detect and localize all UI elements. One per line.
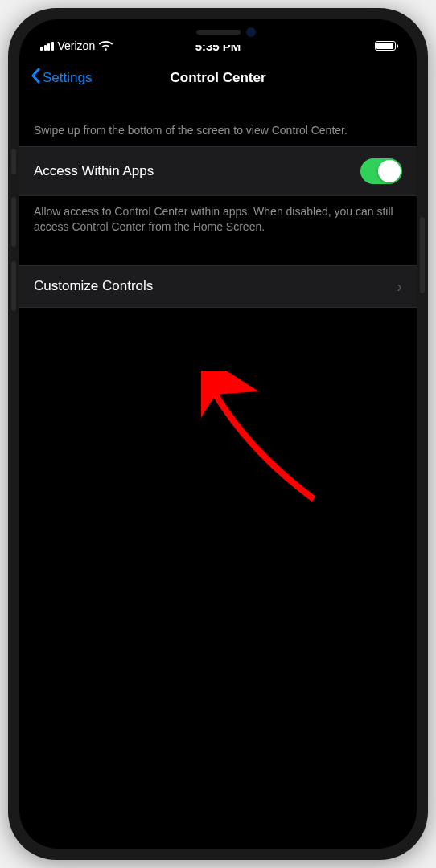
carrier-label: Verizon <box>58 39 96 52</box>
wifi-icon <box>99 41 113 51</box>
battery-icon <box>375 41 396 51</box>
annotation-arrow <box>201 371 330 515</box>
chevron-left-icon <box>31 68 40 88</box>
mute-switch <box>11 149 16 174</box>
customize-controls-row[interactable]: Customize Controls › <box>19 265 417 308</box>
power-button <box>420 217 425 293</box>
cellular-signal-icon <box>40 42 54 51</box>
page-title: Control Center <box>171 70 266 86</box>
access-footer: Allow access to Control Center within ap… <box>19 196 417 236</box>
volume-up-button <box>11 197 16 247</box>
back-button[interactable]: Settings <box>31 68 92 88</box>
access-toggle[interactable] <box>360 158 402 184</box>
section-help-text: Swipe up from the bottom of the screen t… <box>19 100 417 146</box>
speaker <box>196 30 241 35</box>
access-label: Access Within Apps <box>34 163 154 179</box>
content-scroll[interactable]: Swipe up from the bottom of the screen t… <box>19 100 417 308</box>
volume-down-button <box>11 261 16 311</box>
access-within-apps-row: Access Within Apps <box>19 146 417 196</box>
back-label: Settings <box>43 70 92 86</box>
customize-group: Customize Controls › <box>19 265 417 308</box>
phone-frame: Verizon 5:35 PM Settings Control Center <box>8 8 428 860</box>
nav-header: Settings Control Center <box>19 58 417 100</box>
front-camera <box>246 27 256 37</box>
notch <box>134 19 302 45</box>
screen: Verizon 5:35 PM Settings Control Center <box>19 19 417 849</box>
customize-label: Customize Controls <box>34 278 153 294</box>
access-group: Access Within Apps <box>19 146 417 196</box>
chevron-right-icon: › <box>397 277 402 296</box>
toggle-knob <box>378 160 401 182</box>
